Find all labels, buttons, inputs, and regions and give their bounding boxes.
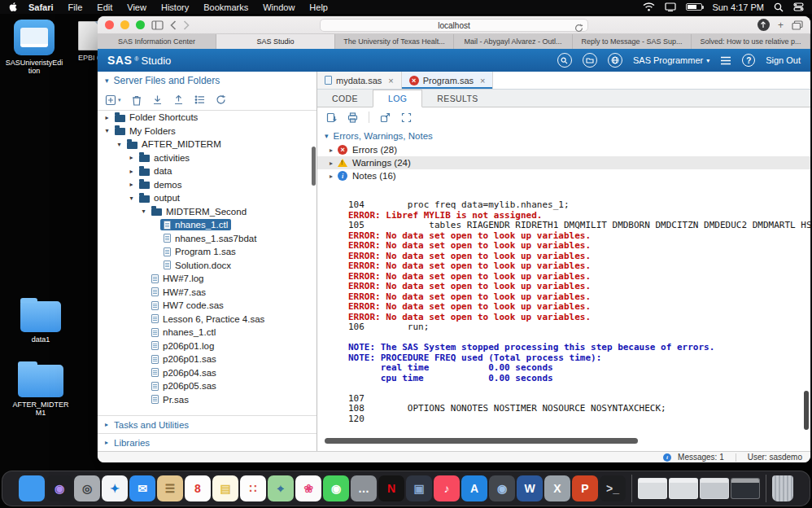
tree-expander-icon[interactable]: ▾ — [115, 141, 124, 148]
menu-item[interactable]: Edit — [89, 2, 120, 12]
menu-clock[interactable]: Sun 4:17 PM — [712, 2, 764, 12]
tree-item[interactable]: nhanes_1.ctl — [98, 326, 312, 339]
errors-warnings-notes-header[interactable]: ▾ Errors, Warnings, Notes — [317, 129, 810, 143]
tree-expander-icon[interactable]: ▾ — [127, 195, 136, 202]
download-icon[interactable] — [152, 94, 163, 105]
tree-expander-icon[interactable]: ▸ — [103, 114, 111, 121]
more-apps-icon[interactable]: … — [351, 475, 377, 501]
group-expander-icon[interactable]: ▸ — [330, 173, 333, 180]
tree-expander-icon[interactable]: ▾ — [103, 127, 111, 134]
close-window-button[interactable] — [105, 20, 114, 29]
apps-globe-icon[interactable] — [608, 53, 622, 68]
display-mirroring-icon[interactable] — [665, 2, 676, 11]
tree-item[interactable]: p206p01.sas — [98, 353, 312, 366]
music-icon[interactable]: ♪ — [434, 475, 460, 501]
trash-icon[interactable] — [772, 475, 793, 501]
view-tab[interactable]: LOG — [373, 90, 422, 107]
zoom-window-button[interactable] — [136, 20, 145, 29]
desktop-icon-after-midterm1[interactable]: AFTER_MIDTERM1 — [10, 365, 72, 418]
search-icon[interactable] — [557, 53, 572, 68]
share-icon[interactable] — [757, 19, 770, 31]
tree-item[interactable]: nhanes_1.ctl — [98, 218, 312, 232]
word-icon[interactable]: W — [517, 475, 543, 501]
minimized-window[interactable] — [700, 478, 729, 499]
tree-item[interactable]: ▸ Folder Shortcuts — [98, 111, 312, 125]
reminders-icon[interactable]: ∷ — [240, 475, 266, 501]
browser-tab[interactable]: Solved: How to use relative p... — [692, 34, 810, 49]
horizontal-scrollbar-thumb[interactable] — [325, 438, 638, 444]
notes-icon[interactable]: ▤ — [212, 475, 238, 501]
document-tab[interactable]: Program.sas × — [402, 72, 494, 89]
facetime-icon[interactable]: ◉ — [323, 475, 349, 501]
menu-item[interactable]: View — [120, 2, 154, 12]
sign-out-button[interactable]: Sign Out — [766, 55, 801, 65]
upload-icon[interactable] — [173, 94, 184, 105]
powerpoint-icon[interactable]: P — [572, 475, 598, 501]
browser-tab[interactable]: Reply to Message - SAS Sup... — [573, 34, 692, 49]
terminal-icon[interactable]: >_ — [600, 475, 626, 501]
new-options-icon[interactable]: ▾ — [105, 94, 121, 106]
view-tab[interactable]: RESULTS — [422, 90, 492, 107]
panel-scrollbar-thumb[interactable] — [312, 147, 316, 186]
minimized-window[interactable] — [669, 478, 698, 499]
tree-item[interactable]: ▾ AFTER_MIDTERM — [98, 138, 312, 151]
tree-item[interactable]: nhanes_1.sas7bdat — [98, 232, 312, 246]
tree-item[interactable]: ▾ output — [98, 191, 312, 205]
menu-item[interactable]: History — [154, 2, 196, 12]
tree-item[interactable]: ▾ My Folders — [98, 125, 312, 138]
minimized-window[interactable] — [731, 478, 760, 499]
dock-separator[interactable] — [631, 475, 632, 502]
app-store-icon[interactable]: A — [461, 475, 487, 501]
refresh-icon[interactable] — [216, 94, 226, 105]
back-button[interactable] — [170, 20, 177, 30]
browser-tab[interactable]: SAS Information Center — [98, 34, 216, 49]
tree-item[interactable]: HW#7.sas — [98, 286, 312, 300]
pop-out-icon[interactable] — [380, 112, 391, 123]
excel-icon[interactable]: X — [544, 475, 570, 501]
properties-list-icon[interactable] — [194, 94, 205, 105]
browser-tab[interactable]: SAS Studio — [216, 34, 335, 49]
tree-item[interactable]: HW#7.log — [98, 272, 312, 286]
photos-icon[interactable]: ❀ — [295, 475, 321, 501]
desktop-icon-sas-vm[interactable]: SASUniveristyEdition — [5, 20, 63, 76]
new-tab-icon[interactable]: + — [778, 20, 784, 30]
reload-icon[interactable] — [574, 21, 583, 36]
sidebar-toggle-icon[interactable] — [151, 20, 164, 30]
tree-item[interactable]: ▾ MIDTERM_Second — [98, 205, 312, 219]
tree-expander-icon[interactable]: ▾ — [139, 208, 148, 215]
role-selector[interactable]: SAS Programmer ▾ — [633, 55, 709, 65]
view-tab[interactable]: CODE — [317, 90, 373, 107]
panel-section-header[interactable]: ▸ Tasks and Utilities — [98, 415, 317, 433]
log-message-group[interactable]: ▸ Notes (16) — [317, 169, 810, 182]
virtualbox-icon[interactable]: ▣ — [406, 475, 432, 501]
contacts-icon[interactable]: ☰ — [157, 475, 183, 501]
photo-booth-icon[interactable]: ◉ — [489, 475, 515, 501]
menu-item[interactable]: File — [61, 2, 90, 12]
group-expander-icon[interactable]: ▸ — [330, 147, 333, 154]
control-center-icon[interactable] — [793, 2, 804, 11]
dock-separator[interactable] — [766, 475, 766, 502]
tree-expander-icon[interactable]: ▸ — [127, 181, 136, 188]
close-icon[interactable]: × — [388, 76, 393, 85]
tree-item[interactable]: p206p01.log — [98, 339, 312, 353]
minimized-window[interactable] — [638, 478, 667, 499]
wifi-icon[interactable] — [643, 2, 655, 11]
menu-item[interactable]: Help — [302, 2, 335, 12]
tree-item[interactable]: Lesson 6, Practice 4.sas — [98, 313, 312, 326]
server-files-section-header[interactable]: ▾ Server Files and Folders — [98, 72, 317, 90]
tree-item[interactable]: Program 1.sas — [98, 245, 312, 259]
maximize-view-icon[interactable] — [401, 112, 412, 123]
mail-icon[interactable]: ✉ — [129, 475, 155, 501]
spotlight-search-icon[interactable] — [774, 2, 784, 12]
desktop-icon-data1[interactable]: data1 — [16, 301, 65, 344]
delete-icon[interactable] — [132, 94, 142, 106]
tree-item[interactable]: ▸ activities — [98, 151, 312, 165]
help-icon[interactable]: ? — [742, 54, 755, 67]
panel-section-header[interactable]: ▸ Libraries — [98, 433, 317, 451]
messages-count[interactable]: Messages: 1 — [678, 453, 724, 462]
minimize-window-button[interactable] — [120, 20, 129, 29]
safari-icon[interactable]: ✦ — [102, 475, 128, 501]
tree-expander-icon[interactable]: ▸ — [127, 154, 136, 161]
siri-icon[interactable]: ◉ — [46, 475, 72, 501]
tree-item[interactable]: ▸ data — [98, 164, 312, 178]
